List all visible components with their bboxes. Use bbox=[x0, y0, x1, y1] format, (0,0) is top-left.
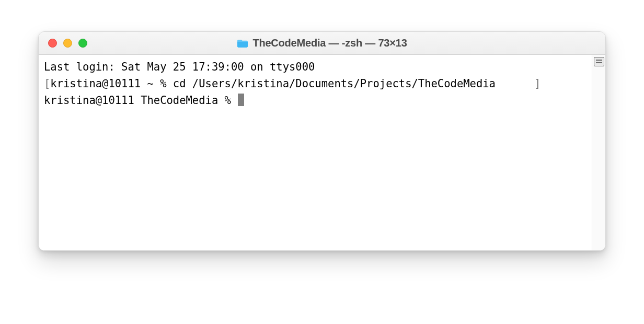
window-body: Last login: Sat May 25 17:39:00 on ttys0… bbox=[39, 55, 605, 250]
terminal-line-2: kristina@10111 TheCodeMedia % bbox=[44, 92, 589, 109]
cursor bbox=[238, 94, 244, 106]
terminal-line-lastlogin: Last login: Sat May 25 17:39:00 on ttys0… bbox=[44, 59, 589, 76]
minimize-button[interactable] bbox=[63, 39, 72, 48]
last-login-text: Last login: Sat May 25 17:39:00 on ttys0… bbox=[44, 61, 315, 73]
window-title: TheCodeMedia — -zsh — 73×13 bbox=[252, 37, 407, 49]
scroll-track[interactable] bbox=[592, 66, 605, 250]
folder-icon bbox=[237, 39, 248, 48]
window-title-wrap: TheCodeMedia — -zsh — 73×13 bbox=[39, 37, 605, 49]
bracket-right: ] bbox=[496, 77, 540, 90]
close-button[interactable] bbox=[48, 39, 57, 48]
titlebar[interactable]: TheCodeMedia — -zsh — 73×13 bbox=[39, 32, 605, 55]
prompt-2: kristina@10111 TheCodeMedia % bbox=[44, 94, 237, 107]
command-1: cd /Users/kristina/Documents/Projects/Th… bbox=[173, 77, 496, 90]
terminal-window: TheCodeMedia — -zsh — 73×13 Last login: … bbox=[38, 31, 606, 251]
terminal-area[interactable]: Last login: Sat May 25 17:39:00 on ttys0… bbox=[39, 55, 592, 250]
traffic-lights bbox=[39, 39, 87, 48]
bracket-left: [ bbox=[44, 77, 50, 90]
document-indicator-icon[interactable] bbox=[594, 57, 604, 66]
prompt-1: kristina@10111 ~ % bbox=[50, 77, 173, 90]
scrollbar[interactable] bbox=[592, 55, 605, 250]
zoom-button[interactable] bbox=[78, 39, 87, 48]
terminal-line-1: [kristina@10111 ~ % cd /Users/kristina/D… bbox=[44, 76, 589, 92]
